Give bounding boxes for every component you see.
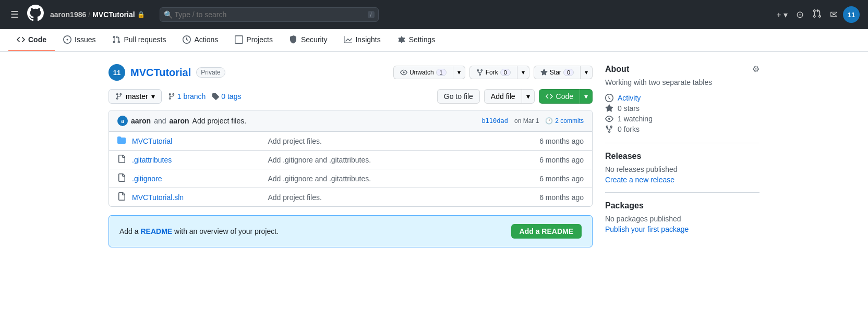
stars-item: 0 stars [605,103,760,114]
branch-name: master [126,92,148,101]
create-button[interactable]: + ▾ [773,7,791,23]
branch-count-link[interactable]: 1 branch [168,92,206,101]
fork-button[interactable]: Fork 0 [469,66,517,79]
sidebar-fork-icon [605,125,613,133]
file-name-sln[interactable]: MVCTutorial.sln [132,193,268,202]
star-count: 0 [563,69,574,76]
readme-link[interactable]: README [140,227,172,235]
file-row-gitignore: .gitignore Add .gitignore and .gitattrib… [109,169,592,188]
search-input[interactable] [160,7,379,22]
go-to-file-button[interactable]: Go to file [437,89,480,104]
settings-icon [397,35,406,44]
insights-icon [344,35,352,44]
sidebar-star-icon [605,104,613,113]
file-time-mvctutorial: 6 months ago [539,137,584,145]
breadcrumb-repo[interactable]: MVCTutorial [92,10,135,19]
commit-connector: and [154,117,166,125]
file-name-gitignore[interactable]: .gitignore [132,175,268,183]
about-description: Working with two separate tables [605,78,760,86]
private-badge: Private [196,67,225,78]
nav-item-issues[interactable]: Issues [55,29,104,51]
repo-sidebar: About ⚙ Working with two separate tables… [605,64,760,247]
commit-sha[interactable]: b110dad [481,117,508,125]
breadcrumb-user[interactable]: aaron1986 [50,10,86,19]
fork-dropdown[interactable]: ▾ [517,66,529,79]
star-button[interactable]: Star 0 [534,66,580,79]
branch-left: master ▾ 1 branch 0 tags [108,89,241,104]
add-file-button[interactable]: Add file [484,89,522,104]
branch-right: Go to file Add file ▾ Code ▾ [437,89,593,104]
star-group: Star 0 ▾ [534,66,593,79]
file-icon-gitattributes [117,155,128,165]
forks-count: 0 forks [618,125,640,133]
unwatch-dropdown[interactable]: ▾ [453,66,465,79]
avatar[interactable]: 11 [843,6,860,23]
fork-icon [476,69,484,76]
file-msg-gitignore: Add .gitignore and .gitattributes. [268,175,539,183]
releases-title: Releases [605,152,760,161]
forks-item: 0 forks [605,124,760,134]
breadcrumb: aaron1986 / MVCTutorial 🔒 [50,10,145,19]
timer-icon-button[interactable]: ⊙ [793,6,807,23]
repo-title-area: 11 MVCTutorial Private [108,64,225,81]
file-row-mvctutorialsln: MVCTutorial.sln Add project files. 6 mon… [109,188,592,206]
branch-count-icon [168,93,175,100]
commit-message: Add project files. [192,117,247,125]
create-release-link[interactable]: Create a new release [605,176,674,184]
commit-info: a aaron and aaron Add project files. [117,116,246,126]
code-button[interactable]: Code [539,89,580,104]
code-icon [17,35,25,44]
file-icon-gitignore [117,173,128,183]
inbox-icon-button[interactable]: ✉ [827,6,841,23]
unwatch-group: Unwatch 1 ▾ [393,66,465,79]
repo-avatar: 11 [108,64,125,81]
file-icon-sln [117,192,128,202]
repo-name[interactable]: MVCTutorial [130,67,191,79]
history-icon: 🕐 [545,117,553,125]
nav-item-actions[interactable]: Actions [174,29,226,51]
file-time-gitattributes: 6 months ago [539,156,584,164]
commits-link[interactable]: 🕐 2 commits [545,117,584,125]
packages-empty-text: No packages published [605,215,760,223]
nav-item-settings[interactable]: Settings [389,29,444,51]
nav-item-pullrequests[interactable]: Pull requests [104,29,174,51]
add-file-dropdown[interactable]: ▾ [522,89,535,104]
tag-icon [212,93,219,100]
add-readme-button[interactable]: Add a README [511,224,582,239]
hamburger-button[interactable]: ☰ [8,7,21,22]
lock-icon: 🔒 [137,11,145,18]
file-name-gitattributes[interactable]: .gitattributes [132,156,268,164]
file-row-mvctutorial: MVCTutorial Add project files. 6 months … [109,132,592,151]
unwatch-button[interactable]: Unwatch 1 [393,66,453,79]
file-msg-sln: Add project files. [268,193,539,202]
sidebar-eye-icon [605,115,613,123]
code-btn-label: Code [556,92,573,101]
file-table: a aaron and aaron Add project files. b11… [108,110,593,207]
repo-header-actions: Unwatch 1 ▾ Fork 0 ▾ [393,66,593,79]
github-logo[interactable] [27,5,44,24]
readme-box: Add a README with an overview of your pr… [108,215,593,247]
commit-right: b110dad on Mar 1 🕐 2 commits [481,117,584,125]
nav-item-code[interactable]: Code [8,29,55,51]
add-file-group: Add file ▾ [484,89,535,104]
branch-icon [115,93,123,100]
nav-item-projects[interactable]: Projects [226,29,281,51]
code-dropdown-button[interactable]: ▾ [580,89,593,104]
pullrequest-icon-button[interactable] [809,6,825,24]
releases-empty-text: No releases published [605,165,760,173]
activity-link[interactable]: Activity [618,94,641,102]
branch-select-button[interactable]: master ▾ [108,89,162,104]
star-dropdown[interactable]: ▾ [580,66,593,79]
nav-item-security[interactable]: Security [281,29,336,51]
stars-count: 0 stars [618,104,640,113]
tag-count-link[interactable]: 0 tags [212,92,241,101]
file-name-mvctutorial[interactable]: MVCTutorial [132,137,268,145]
nav-item-insights[interactable]: Insights [335,29,389,51]
nav-security-label: Security [301,35,328,44]
tag-count-label: 0 tags [221,92,241,101]
publish-package-link[interactable]: Publish your first package [605,225,689,233]
nav-insights-label: Insights [355,35,380,44]
commit-author1[interactable]: aaron [131,117,151,125]
gear-button[interactable]: ⚙ [752,64,760,74]
commit-author2[interactable]: aaron [169,117,189,125]
